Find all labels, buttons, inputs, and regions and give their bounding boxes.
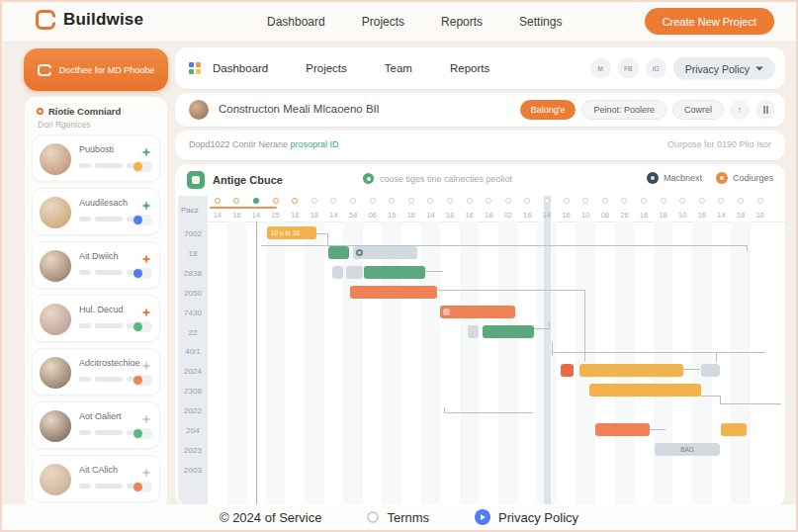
timeline-day-marker[interactable] bbox=[486, 198, 491, 204]
timeline-day-marker[interactable] bbox=[699, 198, 705, 204]
timeline-day-marker[interactable] bbox=[467, 198, 473, 204]
member-card[interactable]: Aot Oaliert bbox=[32, 401, 160, 449]
member-toggle[interactable] bbox=[133, 428, 152, 439]
workspace-tab-team[interactable]: Team bbox=[385, 62, 412, 74]
timeline-day-marker[interactable] bbox=[621, 198, 627, 204]
star-icon bbox=[141, 250, 151, 260]
workspace-tab-projects[interactable]: Projects bbox=[306, 62, 347, 74]
timeline-day-marker[interactable] bbox=[582, 198, 588, 204]
top-nav-item-dashboard[interactable]: Dashboard bbox=[267, 15, 325, 29]
column-stripe bbox=[305, 222, 324, 506]
top-nav-item-reports[interactable]: Reports bbox=[441, 15, 483, 29]
timeline-day-marker[interactable] bbox=[370, 198, 376, 204]
timeline-day-marker[interactable] bbox=[215, 198, 221, 204]
member-card[interactable]: Puübosti bbox=[32, 134, 160, 182]
gantt-bar[interactable] bbox=[721, 423, 747, 436]
timeline-day-marker[interactable] bbox=[679, 198, 685, 204]
timeline-day-marker[interactable] bbox=[661, 198, 666, 204]
member-card[interactable]: Hul. Decud bbox=[32, 295, 160, 342]
gantt-bar[interactable] bbox=[483, 325, 534, 338]
gantt-bar[interactable] bbox=[701, 364, 720, 377]
workspace-tab-reports[interactable]: Reports bbox=[450, 62, 489, 74]
member-toggle[interactable] bbox=[133, 321, 152, 332]
member-card[interactable]: Auudilesach bbox=[32, 188, 160, 235]
timeline-day-marker[interactable] bbox=[447, 198, 453, 204]
top-nav-item-projects[interactable]: Projects bbox=[362, 15, 404, 29]
member-toggle[interactable] bbox=[133, 215, 152, 225]
gantt-bar-label: BAG bbox=[655, 446, 720, 453]
timeline-day-marker[interactable] bbox=[602, 198, 608, 204]
timeline-day-marker[interactable] bbox=[330, 198, 336, 204]
timeline-day-marker[interactable] bbox=[311, 198, 317, 204]
tertiary-action-button[interactable]: Cowrel bbox=[672, 100, 724, 120]
gantt-bar[interactable] bbox=[350, 286, 437, 299]
member-toggle[interactable] bbox=[133, 482, 152, 492]
timeline-day-marker[interactable] bbox=[544, 198, 550, 204]
gantt-bar[interactable] bbox=[346, 266, 363, 279]
member-toggle[interactable] bbox=[133, 375, 152, 386]
privacy-policy-dropdown[interactable]: Privacy Policy bbox=[673, 57, 775, 80]
timeline-day-marker[interactable] bbox=[524, 198, 530, 204]
sidebar-cta-icon bbox=[38, 64, 51, 76]
timeline-day-marker[interactable] bbox=[757, 198, 763, 204]
skeleton-bar bbox=[95, 377, 123, 382]
column-stripe bbox=[227, 222, 247, 506]
timeline-day-marker[interactable] bbox=[564, 198, 570, 204]
gantt-bar[interactable] bbox=[468, 325, 479, 338]
member-toggle[interactable] bbox=[133, 268, 152, 279]
member-name: Ait Dwiich bbox=[79, 251, 119, 261]
pause-icon-button[interactable] bbox=[755, 100, 775, 120]
gantt-bar[interactable]: 10 u tu 16 bbox=[267, 226, 316, 239]
skeleton-bar bbox=[79, 484, 91, 488]
workspace-tab-dashboard[interactable]: Dashboard bbox=[213, 62, 268, 74]
footer-privacy[interactable]: Privacy Policy bbox=[475, 509, 578, 525]
member-toggle[interactable] bbox=[133, 161, 152, 172]
sidebar-cta-button[interactable]: Docthee for MD Phoobe bbox=[24, 48, 168, 91]
timeline-day-marker[interactable] bbox=[253, 198, 259, 204]
timeline-day-marker[interactable] bbox=[408, 198, 414, 204]
timeline-day-number: 16 bbox=[285, 211, 305, 220]
team-panel-title: Riotie Comniard bbox=[48, 106, 121, 117]
timeline-day-marker[interactable] bbox=[738, 198, 744, 204]
timeline-day-marker[interactable] bbox=[718, 198, 724, 204]
gantt-bar[interactable] bbox=[440, 306, 515, 318]
timeline-day-marker[interactable] bbox=[427, 198, 433, 204]
gantt-bar[interactable] bbox=[332, 266, 343, 279]
footer-terms[interactable]: Ternms bbox=[367, 510, 429, 525]
timeline-day-marker[interactable] bbox=[505, 198, 511, 204]
gantt-bar[interactable] bbox=[589, 384, 701, 397]
social-badge-fb[interactable]: FB bbox=[618, 58, 639, 79]
project-meta-bar: Dopd1022 Contir Nerane prosopral ID Ourp… bbox=[175, 131, 785, 160]
gantt-bar[interactable] bbox=[328, 246, 349, 259]
meta-left-text: Dopd1022 Contir Nerane prosopral ID bbox=[189, 139, 339, 149]
dependency-connector bbox=[327, 233, 328, 245]
arrow-up-icon-button[interactable]: ↑ bbox=[730, 100, 750, 120]
gantt-bar[interactable] bbox=[364, 266, 425, 279]
member-card[interactable]: Adcitrostechioe bbox=[32, 348, 160, 396]
gantt-bar[interactable] bbox=[353, 246, 417, 259]
gantt-bar[interactable] bbox=[595, 423, 650, 436]
timeline-day-marker[interactable] bbox=[641, 198, 647, 204]
gantt-bar[interactable]: BAG bbox=[655, 443, 720, 456]
primary-action-button[interactable]: Balong'e bbox=[520, 100, 576, 120]
social-badge-ig[interactable]: IG bbox=[646, 58, 666, 79]
secondary-action-button[interactable]: Peinot: Poolere bbox=[581, 100, 666, 120]
toggle-knob bbox=[133, 269, 142, 278]
social-badge-m[interactable]: M bbox=[590, 58, 611, 79]
toggle-knob bbox=[133, 216, 142, 224]
top-nav-item-settings[interactable]: Settings bbox=[519, 15, 562, 29]
member-card[interactable]: Ait Dwiich bbox=[32, 241, 160, 289]
member-card[interactable]: Ait CAlich bbox=[32, 455, 160, 502]
create-new-project-button[interactable]: Create New Project bbox=[645, 8, 774, 35]
meta-link[interactable]: prosopral ID bbox=[291, 139, 339, 149]
timeline-day-marker[interactable] bbox=[273, 198, 279, 204]
gantt-bar[interactable] bbox=[561, 364, 574, 377]
timeline-day-marker[interactable] bbox=[233, 198, 239, 204]
member-avatar bbox=[40, 197, 71, 228]
timeline-day-marker[interactable] bbox=[350, 198, 356, 204]
gantt-bar[interactable] bbox=[579, 364, 683, 377]
timeline-day-number: 15 bbox=[266, 211, 286, 220]
workspace-nav-right: MFBIG Privacy Policy bbox=[590, 57, 775, 80]
timeline-day-marker[interactable] bbox=[292, 198, 298, 204]
timeline-day-marker[interactable] bbox=[389, 198, 395, 204]
